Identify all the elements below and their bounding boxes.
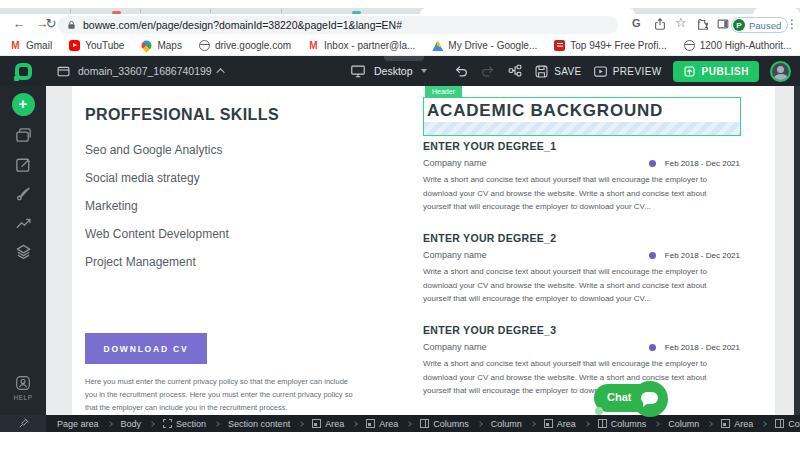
breadcrumb-item[interactable]: Section content (228, 419, 290, 429)
bookmark-favicon (554, 40, 565, 51)
add-element-button[interactable]: + (12, 93, 35, 116)
skill-item[interactable]: Project Management (85, 256, 229, 268)
chevron-right-icon (352, 421, 358, 427)
breadcrumb-item[interactable]: Columns (775, 419, 800, 429)
degree-title[interactable]: ENTER YOUR DEGREE_1 (423, 140, 741, 152)
address-bar[interactable]: bowwe.com/en/page/design?domainId=38220&… (58, 16, 618, 34)
stats-icon[interactable] (14, 213, 33, 232)
breadcrumb-item[interactable]: Page area (57, 419, 99, 429)
chat-widget[interactable]: Chat (594, 381, 670, 415)
bookmark-favicon (69, 40, 80, 51)
breadcrumb-item[interactable]: Section (163, 419, 206, 429)
breadcrumb-item[interactable]: Columns (420, 419, 469, 429)
google-g-icon[interactable]: G (632, 17, 641, 29)
breadcrumb-item[interactable]: Area (544, 419, 576, 429)
save-button[interactable]: SAVE (534, 64, 582, 79)
breadcrumb-label: Section content (228, 419, 290, 429)
device-selector[interactable]: Desktop (342, 56, 435, 86)
publish-button[interactable]: PUBLISH (673, 61, 759, 82)
back-button-icon[interactable]: ← (10, 16, 28, 31)
caret-down-icon (421, 69, 427, 73)
breadcrumb-item[interactable]: Area (366, 419, 398, 429)
brush-icon[interactable] (14, 184, 33, 203)
degree-period[interactable]: Feb 2018 - Dec 2021 (665, 343, 740, 352)
bookmark-item[interactable]: Gmail (10, 40, 52, 51)
redo-button[interactable] (480, 63, 496, 79)
degree-description[interactable]: Write a short and concise text about you… (423, 265, 727, 306)
tab-divider (210, 9, 211, 13)
download-cv-button[interactable]: DOWNLOAD CV (85, 333, 207, 364)
skill-item[interactable]: Social media strategy (85, 172, 229, 184)
skills-heading[interactable]: PROFFESIONAL SKILLS (85, 106, 279, 124)
canvas-scrollbar[interactable] (794, 86, 800, 415)
device-label: Desktop (374, 65, 413, 77)
account-avatar[interactable] (770, 61, 791, 82)
breadcrumb-item[interactable]: Column (668, 419, 699, 429)
skill-item[interactable]: Seo and Google Analytics (85, 144, 229, 156)
browser-menu-icon[interactable]: ⋮ (786, 17, 798, 31)
chevron-right-icon (298, 421, 304, 427)
profile-sync-chip[interactable]: P Paused (731, 17, 788, 33)
degree-period[interactable]: Feb 2018 - Dec 2021 (665, 159, 740, 168)
tab-divider (140, 9, 141, 13)
website-page[interactable]: PROFFESIONAL SKILLS Seo and Google Analy… (72, 86, 775, 415)
help-label: HELP (14, 394, 33, 401)
undo-button[interactable] (453, 63, 469, 79)
degree-entry[interactable]: ENTER YOUR DEGREE_2 Company name Feb 201… (423, 232, 741, 324)
layers-icon[interactable] (14, 242, 33, 261)
skill-item[interactable]: Web Content Development (85, 228, 229, 240)
breadcrumb-item[interactable]: Area (721, 419, 753, 429)
bookmark-item[interactable]: Maps (141, 40, 181, 51)
company-name[interactable]: Company name (423, 250, 487, 260)
breadcrumb-label: Page area (57, 419, 99, 429)
edit-icon[interactable] (14, 155, 33, 174)
structure-tree-icon[interactable] (507, 63, 523, 79)
preview-button[interactable]: PREVIEW (593, 64, 662, 79)
company-name[interactable]: Company name (423, 342, 487, 352)
url-text[interactable]: bowwe.com/en/page/design?domainId=38220&… (83, 19, 402, 31)
bookmark-favicon (432, 40, 443, 51)
skill-item[interactable]: Marketing (85, 200, 229, 212)
degree-description[interactable]: Write a short and concise text about you… (423, 357, 727, 398)
bookmark-item[interactable]: Top 949+ Free Profi... (554, 40, 666, 51)
degree-entry[interactable]: ENTER YOUR DEGREE_3 Company name Feb 201… (423, 324, 741, 416)
degree-description[interactable]: Write a short and concise text about you… (423, 173, 727, 214)
academic-heading[interactable]: ACADEMIC BACKGROUND (424, 98, 740, 122)
bookmark-item[interactable]: 1200 High-Authorit... (684, 40, 792, 51)
chevron-right-icon (214, 421, 220, 427)
side-panel-icon[interactable] (716, 17, 730, 31)
company-name[interactable]: Company name (423, 158, 487, 168)
builder-sidebar: + HELP (0, 86, 46, 415)
degree-period[interactable]: Feb 2018 - Dec 2021 (665, 251, 740, 260)
breadcrumb-item[interactable]: Body (121, 419, 142, 429)
profile-status: Paused (749, 20, 781, 31)
pin-cell[interactable] (0, 415, 46, 432)
privacy-note[interactable]: Here you must enter the current privacy … (85, 375, 357, 414)
breadcrumb-label: Column (668, 419, 699, 429)
domain-selector[interactable]: domain_33607_1686740199 (56, 56, 225, 86)
bookmark-item[interactable]: Inbox - partner@la... (308, 40, 415, 51)
selected-header-element[interactable]: ACADEMIC BACKGROUND (423, 97, 741, 136)
browser-tab-strip[interactable] (0, 0, 800, 14)
bookmark-item[interactable]: My Drive - Google... (432, 40, 537, 51)
breadcrumb-label: Body (121, 419, 142, 429)
share-icon[interactable] (653, 17, 667, 31)
bookmark-item[interactable]: drive.google.com (199, 40, 291, 51)
bookmark-star-icon[interactable]: ☆ (675, 15, 687, 30)
chat-label: Chat (607, 391, 631, 403)
help-button[interactable]: HELP (0, 374, 46, 401)
chat-status-dot (595, 407, 603, 415)
bookmark-item[interactable]: YouTube (69, 40, 124, 51)
pages-icon[interactable] (14, 126, 33, 145)
monitor-icon (350, 63, 366, 79)
degree-entry[interactable]: ENTER YOUR DEGREE_1 Company name Feb 201… (423, 140, 741, 232)
breadcrumb-item[interactable]: Column (491, 419, 522, 429)
breadcrumb-item[interactable]: Columns (598, 419, 647, 429)
degree-title[interactable]: ENTER YOUR DEGREE_3 (423, 324, 741, 336)
breadcrumb-label: Column (491, 419, 522, 429)
bowwe-logo[interactable] (0, 56, 46, 86)
chevron-right-icon (761, 421, 767, 427)
extensions-puzzle-icon[interactable] (696, 17, 710, 31)
breadcrumb-item[interactable]: Area (312, 419, 344, 429)
degree-title[interactable]: ENTER YOUR DEGREE_2 (423, 232, 741, 244)
